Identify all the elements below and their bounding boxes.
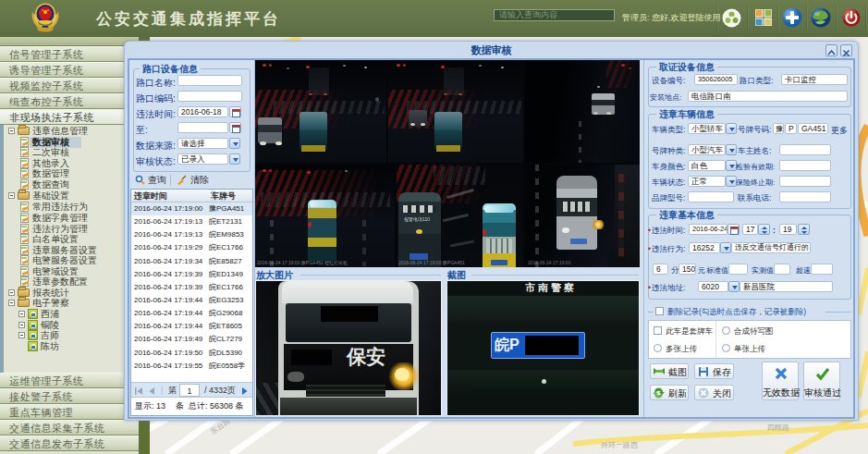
svg-text:外环一路西: 外环一路西: [601, 441, 638, 449]
svg-text:四顾路: 四顾路: [767, 423, 789, 432]
